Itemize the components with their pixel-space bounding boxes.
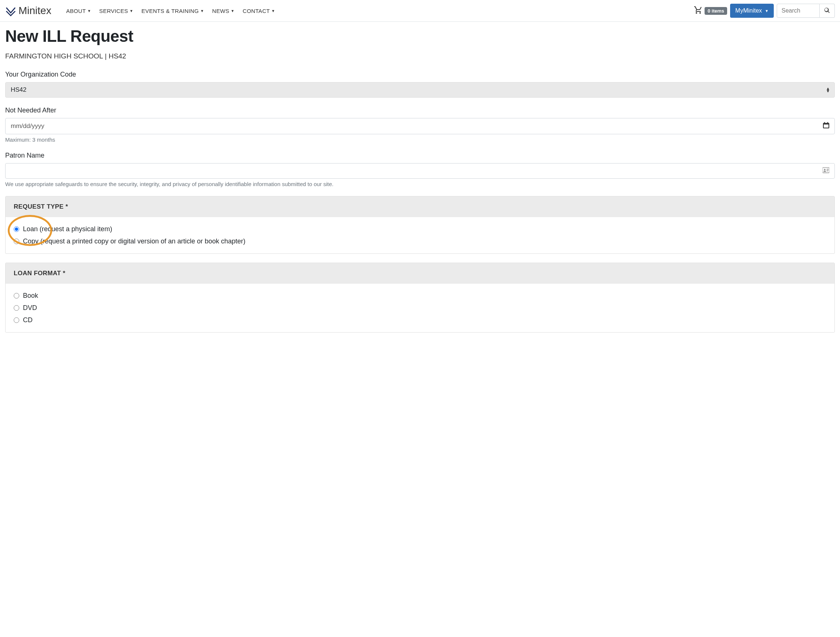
caret-down-icon: ▼	[129, 9, 133, 13]
cart-button[interactable]: 0 items	[693, 6, 727, 16]
radio-loan-label: Loan (request a physical item)	[23, 225, 112, 233]
nav-contact[interactable]: CONTACT▼	[243, 8, 275, 14]
nav-services[interactable]: SERVICES▼	[99, 8, 133, 14]
not-needed-date-input[interactable]: mm/dd/yyyy	[5, 118, 835, 134]
radio-book-label: Book	[23, 292, 38, 300]
main-nav: ABOUT▼ SERVICES▼ EVENTS & TRAINING▼ NEWS…	[66, 8, 275, 14]
loan-format-cd[interactable]: CD	[14, 316, 826, 324]
page-title: New ILL Request	[5, 27, 835, 46]
logo-text: Minitex	[19, 5, 51, 17]
loan-format-section: LOAN FORMAT * Book DVD CD	[5, 263, 835, 333]
radio-loan-input[interactable]	[14, 226, 19, 232]
main-content: New ILL Request FARMINGTON HIGH SCHOOL |…	[0, 22, 840, 345]
date-placeholder: mm/dd/yyyy	[11, 123, 44, 130]
caret-down-icon: ▼	[271, 9, 275, 13]
org-code-label: Your Organization Code	[5, 71, 835, 79]
loan-format-book[interactable]: Book	[14, 292, 826, 300]
request-type-loan[interactable]: Loan (request a physical item)	[14, 225, 826, 233]
caret-down-icon: ▼	[200, 9, 204, 13]
svg-rect-2	[827, 169, 829, 169]
patron-helper: We use appropriate safeguards to ensure …	[5, 181, 835, 187]
request-type-copy[interactable]: Copy (request a printed copy or digital …	[14, 238, 826, 245]
caret-down-icon: ▼	[765, 9, 769, 13]
svg-rect-3	[827, 170, 829, 170]
logo-icon	[5, 5, 16, 16]
site-header: Minitex ABOUT▼ SERVICES▼ EVENTS & TRAINI…	[0, 0, 840, 22]
svg-rect-4	[827, 171, 828, 171]
patron-name-field[interactable]	[5, 163, 835, 179]
caret-down-icon: ▼	[87, 9, 91, 13]
calendar-icon	[823, 122, 829, 130]
search	[777, 4, 835, 18]
request-type-header: REQUEST TYPE *	[6, 196, 834, 217]
svg-point-1	[824, 169, 826, 170]
myminitex-button[interactable]: MyMinitex ▼	[730, 4, 774, 18]
logo[interactable]: Minitex	[5, 5, 51, 17]
search-icon	[824, 9, 830, 14]
radio-copy-input[interactable]	[14, 239, 19, 244]
patron-name-label: Patron Name	[5, 152, 835, 159]
nav-news[interactable]: NEWS▼	[212, 8, 234, 14]
not-needed-label: Not Needed After	[5, 107, 835, 114]
cart-badge: 0 items	[704, 7, 727, 15]
header-right: 0 items MyMinitex ▼	[693, 4, 835, 18]
nav-about[interactable]: ABOUT▼	[66, 8, 91, 14]
radio-book-input[interactable]	[14, 293, 19, 298]
date-helper: Maximum: 3 months	[5, 137, 835, 143]
radio-cd-label: CD	[23, 316, 33, 324]
org-code-select[interactable]: HS42 ▲▼	[5, 82, 835, 98]
request-type-section: REQUEST TYPE * Loan (request a physical …	[5, 196, 835, 254]
patron-name-input[interactable]	[11, 167, 823, 175]
caret-down-icon: ▼	[231, 9, 235, 13]
radio-copy-label: Copy (request a printed copy or digital …	[23, 238, 245, 245]
org-code-value: HS42	[11, 86, 27, 93]
select-arrows-icon: ▲▼	[826, 87, 830, 93]
radio-dvd-input[interactable]	[14, 305, 19, 311]
radio-dvd-label: DVD	[23, 304, 37, 312]
loan-format-body: Book DVD CD	[6, 284, 834, 332]
cart-icon	[693, 6, 703, 16]
radio-cd-input[interactable]	[14, 317, 19, 323]
search-button[interactable]	[819, 4, 835, 18]
page-subtitle: FARMINGTON HIGH SCHOOL | HS42	[5, 52, 835, 60]
loan-format-header: LOAN FORMAT *	[6, 263, 834, 284]
contact-card-icon	[823, 167, 829, 175]
search-input[interactable]	[777, 4, 819, 18]
nav-events-training[interactable]: EVENTS & TRAINING▼	[141, 8, 204, 14]
request-type-body: Loan (request a physical item) Copy (req…	[6, 217, 834, 253]
loan-format-dvd[interactable]: DVD	[14, 304, 826, 312]
